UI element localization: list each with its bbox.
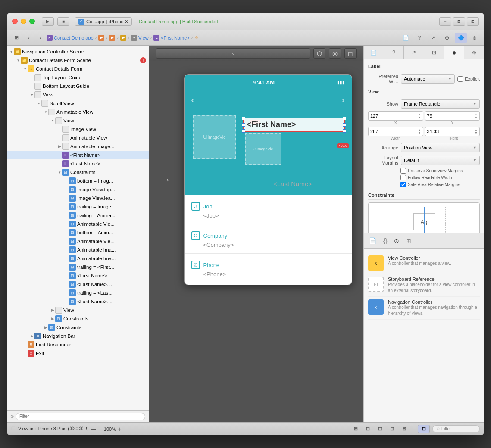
constraint-btn-3[interactable]: ⊟ — [375, 424, 385, 434]
x-stepper[interactable]: ▲▼ — [418, 113, 421, 119]
height-stepper[interactable]: ▲▼ — [475, 128, 478, 134]
stop-button[interactable]: ■ — [57, 17, 69, 26]
width-stepper[interactable]: ▲▼ — [418, 128, 421, 134]
zoom-out-btn[interactable]: − — [99, 426, 102, 432]
c-animatable-view3-item[interactable]: ▶ ⊟ Animatable Vie... — [7, 220, 149, 228]
c-trailing-anima-item[interactable]: ▶ ⊟ trailing = Anima... — [7, 211, 149, 220]
navigation-bar-item[interactable]: ▶ ≡ Navigation Bar — [7, 332, 149, 340]
top-layout-guide-item[interactable]: ▶ Top Layout Guide — [7, 73, 149, 82]
tab-file[interactable]: 📄 — [364, 46, 384, 59]
view-nested-item[interactable]: ▾ View — [7, 116, 149, 125]
c-animatable-ima2-item[interactable]: ▶ ⊟ Animatable Ima... — [7, 254, 149, 263]
back-nav-button[interactable]: ‹ — [24, 33, 34, 43]
constraints-item[interactable]: ▾ ⊟ Constraints — [7, 168, 149, 177]
contact-details-form-item[interactable]: ▾ ⊙ Contact Details Form — [7, 65, 149, 73]
handle-mr[interactable] — [343, 123, 346, 127]
tab-size[interactable]: ⊕ — [464, 46, 484, 59]
handle-br[interactable] — [343, 129, 346, 133]
canvas-back-btn[interactable]: ‹ — [156, 48, 310, 59]
phone-forward-btn[interactable]: › — [342, 95, 345, 105]
image-view-item[interactable]: ▶ Image View — [7, 125, 149, 134]
c-trailing-image-item[interactable]: ▶ ⊟ trailing = Image... — [7, 202, 149, 211]
navigator-toggle-btn[interactable]: ≡ — [439, 17, 451, 26]
filter-input[interactable] — [16, 413, 145, 420]
constraints3-item[interactable]: ▶ ⊟ Constraints — [7, 323, 149, 332]
y-input[interactable]: 79 ▲▼ — [425, 111, 480, 121]
tab-identity[interactable]: ⊡ — [424, 46, 444, 59]
right-filter-input[interactable] — [441, 426, 476, 431]
handle-tr[interactable] — [343, 117, 346, 120]
canvas-cube-btn[interactable]: ⬡ — [313, 48, 325, 59]
forward-nav-button[interactable]: › — [35, 33, 45, 43]
preserve-checkbox[interactable] — [400, 168, 406, 174]
breadcrumb-item-view[interactable]: V View — [131, 35, 149, 41]
arrange-dropdown[interactable]: Position View ▼ — [401, 143, 480, 152]
add-editor-btn[interactable]: ⊕ — [441, 33, 453, 43]
handle-tl[interactable] — [242, 117, 245, 120]
safe-area-checkbox[interactable] — [400, 182, 406, 187]
animatable-view2-item[interactable]: ▶ Animatable View — [7, 134, 149, 142]
scroll-view-item[interactable]: ▾ Scroll View — [7, 99, 149, 108]
ol-tab-grid[interactable]: ⊞ — [404, 236, 413, 246]
view-controller-item[interactable]: ‹ View Controller A controller that mana… — [368, 253, 480, 274]
maximize-button[interactable] — [29, 19, 35, 24]
breadcrumb-item-4[interactable]: ▶ — [120, 35, 126, 41]
breadcrumb-item-3[interactable]: ▶ — [109, 35, 115, 41]
c-bottom-imag-item[interactable]: ▶ ⊟ bottom = Imag... — [7, 177, 149, 185]
nav-controller-item[interactable]: ‹ Navigation Controller A controller tha… — [368, 297, 480, 320]
handle-bl[interactable] — [242, 129, 245, 133]
last-name-item[interactable]: ▶ L <Last Name> — [7, 159, 149, 168]
attributes-inspector-btn[interactable]: 🔷 — [455, 33, 467, 43]
c-bottom-anim-item[interactable]: ▶ ⊟ bottom = Anim... — [7, 228, 149, 237]
c-first-name-l-item[interactable]: ▶ ⊟ <First Name>.l... — [7, 271, 149, 280]
follow-checkbox[interactable] — [400, 175, 406, 180]
view-item[interactable]: ▾ View — [7, 90, 149, 99]
c-animatable-ima-item[interactable]: ▶ ⊟ Animatable Ima... — [7, 246, 149, 254]
handle-ml[interactable] — [242, 123, 245, 127]
c-trailing-last-item[interactable]: ▶ ⊟ trailing = <Last... — [7, 289, 149, 297]
jump-to-definition-btn[interactable]: ↗ — [427, 33, 439, 43]
c-trailing-first-item[interactable]: ▶ ⊟ trailing = <First... — [7, 263, 149, 271]
scheme-selector[interactable]: C Co...app | iPhone X — [75, 17, 132, 26]
animatable-image-item[interactable]: ▶ Animatable Image... — [7, 142, 149, 151]
inspector-toggle-btn-bottom[interactable]: ⊡ — [418, 425, 430, 433]
first-name-item[interactable]: ▶ L <First Name> — [7, 151, 149, 159]
view3-item[interactable]: ▶ View — [7, 306, 149, 314]
ol-tab-braces[interactable]: {} — [382, 236, 389, 246]
y-stepper[interactable]: ▲▼ — [475, 113, 478, 119]
inspector-toggle-btn[interactable]: ⊡ — [467, 17, 479, 26]
ol-tab-file[interactable]: 📄 — [367, 236, 378, 246]
show-dropdown[interactable]: Frame Rectangle ▼ — [401, 99, 480, 109]
minimize-button[interactable] — [21, 19, 26, 24]
preferred-width-dropdown[interactable]: Automatic ▼ — [401, 74, 455, 84]
x-input[interactable]: 127 ▲▼ — [368, 111, 423, 121]
breadcrumb-item-firstname[interactable]: L <First Name> — [153, 35, 190, 41]
help-btn[interactable]: ? — [413, 33, 425, 43]
constraint-btn-2[interactable]: ⊡ — [363, 424, 372, 434]
constraints2-item[interactable]: ▶ ⊟ Constraints — [7, 314, 149, 323]
contact-details-scene-item[interactable]: ▾ 📁 Contact Details Form Scene ! — [7, 56, 149, 65]
animatable-view-item[interactable]: ▾ Animatable View — [7, 108, 149, 116]
height-input[interactable]: 31.33 ▲▼ — [425, 127, 480, 136]
constraint-btn-5[interactable]: ⊠ — [399, 424, 409, 434]
first-responder-item[interactable]: ▶ R First Responder — [7, 340, 149, 349]
c-last-name-l-item[interactable]: ▶ ⊟ <Last Name>.l... — [7, 280, 149, 289]
c-image-lea-item[interactable]: ▶ ⊟ Image View.lea... — [7, 194, 149, 202]
storyboard-ref-item[interactable]: ⊡ Storyboard Reference Provides a placeh… — [368, 274, 480, 297]
width-input[interactable]: 267 ▲▼ — [368, 127, 423, 136]
tab-attributes[interactable]: ◆ — [444, 46, 465, 59]
canvas-shape-btn[interactable]: ◻ — [344, 48, 357, 59]
zoom-in-btn[interactable]: + — [118, 426, 121, 432]
nav-controller-scene-item[interactable]: ▾ 📁 Navigation Controller Scene — [7, 47, 149, 56]
breadcrumb-item-app[interactable]: P Contact Demo app — [47, 35, 94, 41]
plus-btn[interactable]: ⊕ — [469, 33, 481, 43]
file-inspector-btn[interactable]: 📄 — [400, 33, 412, 43]
exit-item[interactable]: ▶ X Exit — [7, 349, 149, 358]
layout-margins-dropdown[interactable]: Default ▼ — [401, 156, 480, 165]
ol-tab-circle[interactable]: ⊙ — [392, 236, 401, 246]
warning-button[interactable]: ⚠ — [194, 35, 199, 40]
constraint-btn-1[interactable]: ⊠ — [351, 424, 360, 434]
c-image-top-item[interactable]: ▶ ⊟ Image View.top... — [7, 185, 149, 194]
tab-help[interactable]: ? — [384, 46, 404, 59]
grid-button[interactable]: ⊞ — [10, 33, 22, 43]
